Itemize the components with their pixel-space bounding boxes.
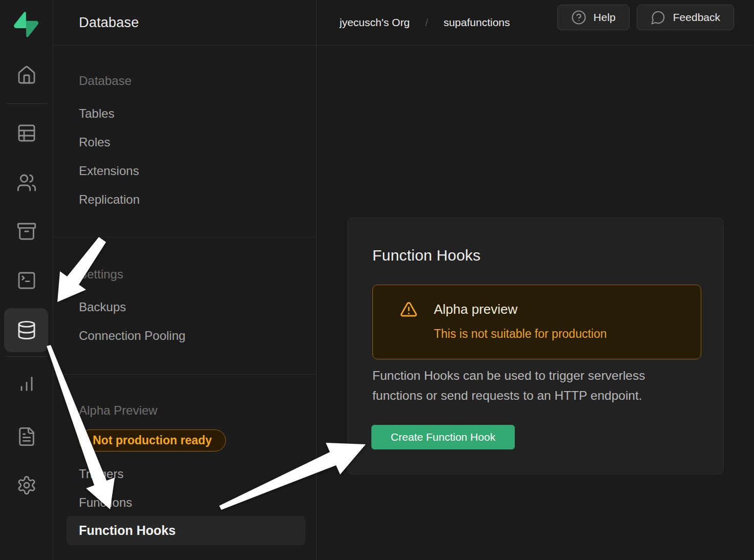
- sidebar-item-functions[interactable]: Functions: [79, 495, 132, 510]
- feedback-button-label: Feedback: [673, 11, 720, 24]
- sidebar-item-replication[interactable]: Replication: [79, 192, 140, 207]
- topbar-buttons: Help Feedback: [557, 5, 734, 30]
- auth-users-icon[interactable]: [15, 171, 38, 194]
- rail-divider: [7, 356, 47, 357]
- sidebar-item-roles[interactable]: Roles: [79, 135, 110, 150]
- sidebar-item-tables[interactable]: Tables: [79, 106, 114, 121]
- help-button[interactable]: Help: [557, 5, 630, 30]
- section-header-database: Database: [79, 73, 132, 89]
- not-production-ready-badge: Not production ready: [79, 429, 226, 451]
- sidebar-item-backups[interactable]: Backups: [79, 299, 126, 315]
- create-function-hook-button[interactable]: Create Function Hook: [371, 425, 515, 449]
- feedback-button[interactable]: Feedback: [637, 5, 734, 30]
- database-icon[interactable]: [15, 319, 38, 341]
- table-editor-icon[interactable]: [15, 122, 38, 144]
- sidebar-item-extensions[interactable]: Extensions: [79, 163, 139, 179]
- sidebar-panel-title: Database: [79, 15, 139, 31]
- alert-title: Alpha preview: [434, 301, 517, 317]
- card-title: Function Hooks: [372, 247, 480, 264]
- icon-rail: [0, 0, 53, 560]
- breadcrumb-org[interactable]: jyecusch's Org: [340, 16, 410, 29]
- rail-divider: [7, 103, 47, 104]
- speech-bubble-icon: [651, 10, 666, 25]
- help-circle-icon: [571, 10, 587, 25]
- section-header-settings: Settings: [79, 267, 123, 282]
- logs-icon[interactable]: [15, 425, 38, 448]
- sidebar-item-connection-pooling[interactable]: Connection Pooling: [79, 328, 185, 343]
- sql-terminal-icon[interactable]: [15, 269, 38, 292]
- sidebar-item-triggers[interactable]: Triggers: [79, 466, 123, 482]
- sidebar-header: Database: [53, 0, 316, 46]
- top-bar: jyecusch's Org / supafunctions Help Feed…: [317, 0, 754, 46]
- supabase-bolt-icon: [14, 11, 38, 38]
- warning-triangle-icon: [400, 300, 418, 319]
- storage-icon[interactable]: [15, 220, 38, 243]
- home-icon[interactable]: [15, 64, 38, 87]
- alpha-preview-alert: Alpha preview This is not suitable for p…: [372, 285, 701, 359]
- sidebar-item-function-hooks-label: Function Hooks: [79, 523, 176, 538]
- breadcrumb-separator: /: [425, 16, 428, 29]
- help-button-label: Help: [594, 11, 616, 24]
- breadcrumb-project[interactable]: supafunctions: [444, 16, 510, 29]
- sidebar-divider: [53, 237, 317, 238]
- section-header-alpha-preview: Alpha Preview: [79, 403, 157, 418]
- function-hooks-card: Function Hooks Alpha preview This is not…: [347, 218, 724, 475]
- card-description: Function Hooks can be used to trigger se…: [372, 365, 694, 405]
- settings-gear-icon[interactable]: [15, 474, 38, 497]
- sidebar-item-function-hooks[interactable]: Function Hooks: [67, 516, 305, 545]
- sidebar-divider: [53, 374, 317, 375]
- supabase-logo[interactable]: [14, 11, 38, 38]
- alert-subtitle: This is not suitable for production: [434, 327, 607, 341]
- database-sidebar: Database Database Tables Roles Extension…: [53, 0, 317, 560]
- reports-icon[interactable]: [15, 372, 38, 395]
